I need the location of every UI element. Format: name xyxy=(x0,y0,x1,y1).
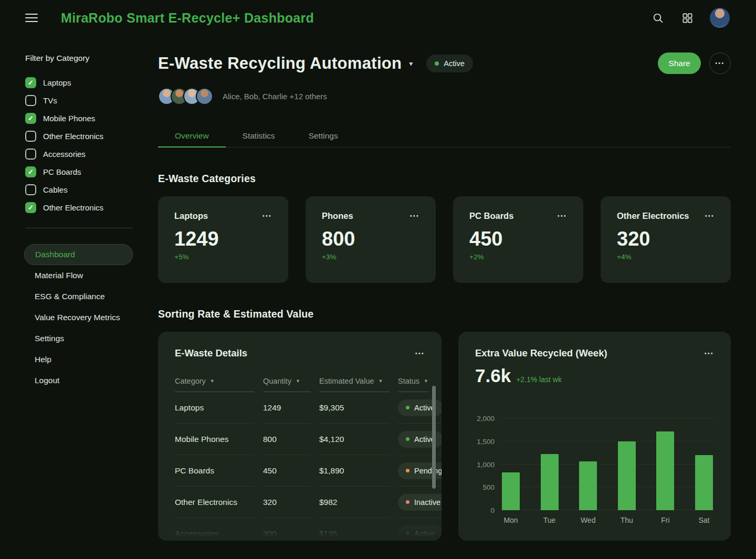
x-axis-tick: Mon xyxy=(502,516,520,524)
app-header: MiraRobo Smart E-Recycle+ Dashboard xyxy=(0,0,756,36)
bar-sat[interactable] xyxy=(695,455,713,510)
filter-item-other-electronics-2[interactable]: ✓ Other Electronics xyxy=(25,198,133,216)
bar-fri[interactable] xyxy=(656,431,674,511)
column-label: Quantity xyxy=(263,377,291,385)
cell-quantity: 450 xyxy=(263,455,311,487)
filter-item-cables[interactable]: ✓ Cables xyxy=(25,181,133,198)
tab-label: Statistics xyxy=(243,131,275,141)
app-title: MiraRobo Smart E-Recycle+ Dashboard xyxy=(61,10,314,26)
sidebar-item-esg-compliance[interactable]: ESG & Compliance xyxy=(24,286,133,307)
filter-label: Cables xyxy=(43,185,68,194)
filter-item-other-electronics[interactable]: ✓ Other Electronics xyxy=(25,127,133,145)
card-value: 800 xyxy=(322,228,419,250)
table-row[interactable]: Laptops 1249 $9,305 Active xyxy=(175,392,425,424)
member-avatar[interactable] xyxy=(196,88,213,105)
column-header-category[interactable]: Category▼ xyxy=(175,377,255,392)
more-icon[interactable]: ••• xyxy=(262,213,272,219)
filter-label: Mobile Phones xyxy=(43,114,95,123)
cell-category: PC Boards xyxy=(175,455,255,487)
sidebar-item-help[interactable]: Help xyxy=(24,349,133,370)
more-icon[interactable]: ••• xyxy=(558,213,567,219)
cell-status: Active xyxy=(398,518,442,541)
status-pill: Active xyxy=(398,525,442,541)
column-header-estimated-value[interactable]: Estimated Value▼ xyxy=(319,377,390,392)
more-options-button[interactable]: ••• xyxy=(709,52,731,74)
hamburger-menu-icon[interactable] xyxy=(25,14,38,22)
more-icon[interactable]: ••• xyxy=(705,351,714,356)
checkbox-icon[interactable]: ✓ xyxy=(25,131,36,142)
tab-statistics[interactable]: Statistics xyxy=(226,125,292,147)
tab-settings[interactable]: Settings xyxy=(292,125,355,147)
filter-label: Other Electronics xyxy=(43,203,103,212)
column-header-status[interactable]: Status▼ xyxy=(398,377,428,392)
cell-category: Accessories xyxy=(175,518,255,541)
card-title: Phones xyxy=(322,211,353,221)
cell-quantity: 1249 xyxy=(263,392,311,424)
cell-value: $4,120 xyxy=(319,424,390,455)
cell-status: Inactive xyxy=(398,487,442,518)
table-row[interactable]: PC Boards 450 $1,890 Pending xyxy=(175,455,425,487)
status-label: Active xyxy=(414,530,435,538)
nav-label: Material Flow xyxy=(35,271,83,280)
members-label: Alice, Bob, Charlie +12 others xyxy=(223,92,327,101)
more-icon[interactable]: ••• xyxy=(415,351,425,356)
category-cards-row: Laptops ••• 1249 +5% Phones ••• 800 +3% … xyxy=(158,196,731,283)
filter-label: PC Boards xyxy=(43,167,81,176)
sort-icon: ▼ xyxy=(296,378,300,384)
sidebar-item-value-recovery-metrics[interactable]: Value Recovery Metrics xyxy=(24,307,133,328)
checkbox-icon[interactable]: ✓ xyxy=(25,113,36,124)
checkbox-icon[interactable]: ✓ xyxy=(25,95,36,106)
cell-quantity: 300 xyxy=(263,518,311,541)
sort-icon: ▼ xyxy=(210,378,215,384)
sidebar-item-logout[interactable]: Logout xyxy=(24,370,133,391)
page-title-row: E-Waste Recycling Automation ▾ Active Sh… xyxy=(158,52,731,74)
sidebar-item-dashboard[interactable]: Dashboard xyxy=(24,244,133,265)
table-row[interactable]: Mobile Phones 800 $4,120 Active xyxy=(175,424,425,455)
cell-category: Other Electronics xyxy=(175,487,255,518)
share-button[interactable]: Share xyxy=(658,52,701,74)
x-axis-tick: Tue xyxy=(541,516,559,524)
bar-tue[interactable] xyxy=(541,454,559,510)
bar-mon[interactable] xyxy=(502,472,520,510)
filter-item-mobile-phones[interactable]: ✓ Mobile Phones xyxy=(25,109,133,127)
members-row: Alice, Bob, Charlie +12 others xyxy=(158,88,731,105)
checkbox-icon[interactable]: ✓ xyxy=(25,184,36,195)
bar-thu[interactable] xyxy=(618,441,636,510)
sort-icon: ▼ xyxy=(379,378,383,384)
status-dot-icon xyxy=(406,500,410,504)
checkbox-icon[interactable]: ✓ xyxy=(25,166,36,177)
filter-item-accessories[interactable]: ✓ Accessories xyxy=(25,145,133,163)
card-delta: +5% xyxy=(174,253,272,261)
more-icon[interactable]: ••• xyxy=(705,213,715,219)
status-badge-label: Active xyxy=(444,59,465,68)
tab-overview[interactable]: Overview xyxy=(158,125,226,147)
filter-item-pc-boards[interactable]: ✓ PC Boards xyxy=(25,163,133,181)
sidebar-divider xyxy=(25,228,133,228)
user-avatar[interactable] xyxy=(710,8,730,28)
nav-label: Logout xyxy=(35,376,59,385)
table-row[interactable]: Accessories 300 $135 Active xyxy=(175,518,425,541)
column-header-quantity[interactable]: Quantity▼ xyxy=(263,377,311,392)
check-icon: ✓ xyxy=(28,168,34,175)
ellipsis-icon: ••• xyxy=(715,60,724,66)
more-icon[interactable]: ••• xyxy=(410,213,419,219)
table-row[interactable]: Other Electronics 320 $982 Inactive xyxy=(175,487,425,518)
filter-item-laptops[interactable]: ✓ Laptops xyxy=(25,73,133,91)
header-actions xyxy=(651,8,730,28)
filter-item-tvs[interactable]: ✓ TVs xyxy=(25,91,133,109)
card-delta: +4% xyxy=(617,253,715,261)
checkbox-icon[interactable]: ✓ xyxy=(25,77,36,88)
category-card-pc-boards: PC Boards ••• 450 +2% xyxy=(453,196,583,283)
sidebar-item-settings[interactable]: Settings xyxy=(24,328,133,349)
checkbox-icon[interactable]: ✓ xyxy=(25,202,36,213)
chevron-down-icon[interactable]: ▾ xyxy=(409,59,413,68)
checkbox-icon[interactable]: ✓ xyxy=(25,149,36,160)
search-icon[interactable] xyxy=(651,11,665,25)
cell-value: $1,890 xyxy=(319,455,390,487)
cell-category: Mobile Phones xyxy=(175,424,255,455)
apps-grid-icon[interactable] xyxy=(680,11,694,25)
sidebar-item-material-flow[interactable]: Material Flow xyxy=(24,265,133,286)
table-scrollbar[interactable] xyxy=(432,386,436,489)
bar-wed[interactable] xyxy=(579,461,597,510)
status-pill: Inactive xyxy=(398,494,442,511)
